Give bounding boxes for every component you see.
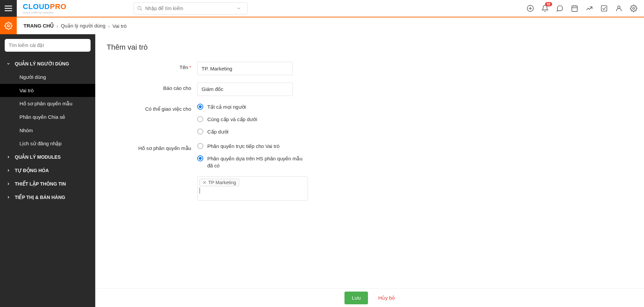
profile-button[interactable] — [615, 5, 623, 12]
chevron-right-icon — [6, 195, 11, 199]
svg-rect-12 — [601, 5, 607, 11]
tasks-button[interactable] — [600, 5, 608, 12]
global-search-input[interactable] — [145, 6, 236, 11]
sidebar-section-marketing[interactable]: TIẾP THỊ & BÁN HÀNG — [0, 191, 95, 204]
gear-icon — [4, 22, 12, 30]
radio-icon — [197, 143, 203, 149]
radio-icon — [197, 129, 203, 135]
radio-assign-below[interactable]: Cấp dưới — [197, 128, 257, 135]
calendar-icon — [571, 5, 578, 12]
label-profile: Hồ sơ phân quyền mẫu — [138, 145, 191, 151]
radio-label: Tất cả mọi người — [207, 103, 246, 110]
user-icon — [615, 5, 623, 12]
sidebar-item-roles[interactable]: Vai trò — [0, 84, 95, 97]
sidebar-section-config[interactable]: THIẾT LẬP THÔNG TIN — [0, 177, 95, 191]
sidebar-item-groups[interactable]: Nhóm — [0, 124, 95, 137]
breadcrumb: TRANG CHỦ › Quản lý người dùng › Vai trò — [17, 17, 127, 34]
radio-assign-same[interactable]: Cùng cấp và cấp dưới — [197, 116, 257, 123]
sidebar-section-automation[interactable]: TỰ ĐỘNG HÓA — [0, 164, 95, 177]
sidebar-item-users[interactable]: Người dùng — [0, 70, 95, 84]
notifications-button[interactable]: 92 — [541, 5, 549, 12]
svg-point-15 — [7, 25, 9, 27]
checkbox-icon — [600, 5, 608, 12]
breadcrumb-sep: › — [56, 23, 58, 29]
chat-icon — [556, 5, 564, 12]
menu-toggle[interactable] — [0, 0, 17, 17]
sidebar-section-users[interactable]: QUẢN LÝ NGƯỜI DÙNG — [0, 57, 95, 70]
gear-icon — [630, 5, 637, 12]
chevron-right-icon — [6, 168, 11, 172]
search-icon — [137, 6, 143, 11]
radio-profile-direct[interactable]: Phân quyền trực tiếp cho Vai trò — [197, 143, 308, 150]
breadcrumb-home[interactable]: TRANG CHỦ — [23, 23, 54, 29]
sidebar-search — [5, 39, 91, 52]
label-assign: Có thể giao việc cho — [145, 106, 191, 112]
hamburger-icon — [5, 5, 12, 11]
sidebar-section-modules[interactable]: QUẢN LÝ MODULES — [0, 150, 95, 164]
save-button[interactable]: Lưu — [344, 292, 368, 304]
sidebar-section-label: TỰ ĐỘNG HÓA — [15, 168, 49, 173]
radio-label: Cấp dưới — [207, 128, 228, 135]
reports-button[interactable] — [586, 5, 593, 12]
global-search[interactable] — [133, 2, 248, 14]
logo-text-a: CLOUD — [23, 2, 50, 11]
topbar: CLOUDPRO cloud CRM by Industry 92 — [0, 0, 644, 17]
sidebar-search-input[interactable] — [5, 39, 91, 52]
logo-text-b: PRO — [50, 2, 66, 11]
chevron-down-icon — [6, 62, 11, 66]
chevron-down-icon[interactable] — [236, 6, 241, 11]
sidebar: QUẢN LÝ NGƯỜI DÙNG Người dùng Vai trò Hồ… — [0, 34, 95, 307]
sidebar-item-loginhist[interactable]: Lịch sử đăng nhập — [0, 137, 95, 150]
form-footer: Lưu Hủy bỏ — [95, 288, 644, 307]
settings-button[interactable] — [630, 5, 637, 12]
radio-label: Phân quyền dựa trên HS phân quyền mẫu đã… — [207, 155, 308, 169]
name-input[interactable] — [197, 62, 293, 75]
sidebar-section-label: QUẢN LÝ NGƯỜI DÙNG — [15, 61, 69, 66]
text-cursor — [200, 188, 200, 194]
sidebar-section-label: THIẾT LẬP THÔNG TIN — [15, 181, 66, 187]
chart-icon — [586, 5, 593, 12]
label-name: Tên — [179, 64, 188, 70]
logo[interactable]: CLOUDPRO cloud CRM by Industry — [23, 2, 66, 14]
form-row-tags: ✕TP Marketing — [107, 176, 633, 201]
breadcrumb-l1[interactable]: Quản lý người dùng — [61, 23, 105, 29]
logo-subtitle: cloud CRM by Industry — [23, 11, 66, 14]
radio-label: Phân quyền trực tiếp cho Vai trò — [207, 143, 279, 150]
svg-point-13 — [618, 6, 620, 8]
breadcrumb-row: TRANG CHỦ › Quản lý người dùng › Vai trò — [0, 17, 644, 34]
cancel-button[interactable]: Hủy bỏ — [378, 295, 395, 301]
sidebar-item-profiles[interactable]: Hồ sơ phân quyền mẫu — [0, 97, 95, 110]
calendar-button[interactable] — [571, 5, 578, 12]
radio-assign-all[interactable]: Tất cả mọi người — [197, 103, 257, 110]
radio-label: Cùng cấp và cấp dưới — [207, 116, 257, 123]
settings-tab[interactable] — [0, 17, 17, 34]
svg-point-14 — [633, 7, 635, 9]
sidebar-item-sharing[interactable]: Phân quyền Chia sẻ — [0, 110, 95, 124]
radio-icon — [197, 104, 203, 110]
required-asterisk: * — [189, 64, 191, 70]
layout: QUẢN LÝ NGƯỜI DÙNG Người dùng Vai trò Hồ… — [0, 34, 644, 307]
breadcrumb-sep: › — [108, 23, 110, 29]
notification-badge: 92 — [545, 2, 552, 6]
label-report: Báo cáo cho — [163, 85, 191, 91]
form-row-report: Báo cáo cho — [107, 83, 633, 96]
svg-rect-8 — [572, 6, 578, 11]
chat-button[interactable] — [556, 5, 564, 12]
profile-tag-input[interactable]: ✕TP Marketing — [197, 176, 308, 201]
chevron-right-icon — [6, 155, 11, 159]
sidebar-section-label: TIẾP THỊ & BÁN HÀNG — [15, 195, 65, 200]
page-title: Thêm vai trò — [107, 43, 633, 52]
add-button[interactable] — [527, 5, 534, 12]
header-actions: 92 — [527, 5, 644, 12]
tag-label: TP Marketing — [208, 180, 236, 185]
form-row-assign: Có thể giao việc cho Tất cả mọi người Cù… — [107, 103, 633, 135]
report-input[interactable] — [197, 83, 293, 96]
chevron-right-icon — [6, 182, 11, 186]
tag-remove-icon[interactable]: ✕ — [203, 180, 207, 185]
radio-icon — [197, 155, 203, 161]
plus-circle-icon — [527, 5, 534, 12]
radio-icon — [197, 116, 203, 122]
sidebar-section-label: QUẢN LÝ MODULES — [15, 154, 61, 160]
radio-profile-existing[interactable]: Phân quyền dựa trên HS phân quyền mẫu đã… — [197, 155, 308, 169]
breadcrumb-l2[interactable]: Vai trò — [112, 23, 126, 29]
